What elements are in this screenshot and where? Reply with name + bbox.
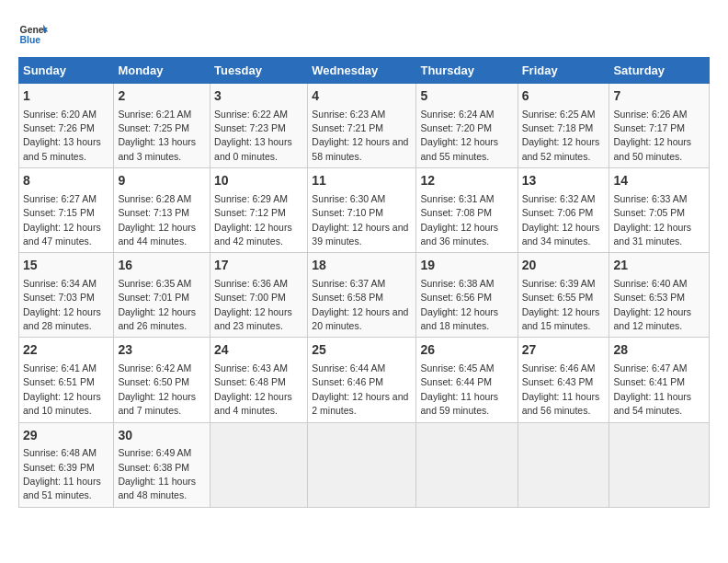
day-content: Sunrise: 6:46 AMSunset: 6:43 PMDaylight:…	[522, 362, 600, 416]
header-cell-saturday: Saturday	[609, 58, 710, 84]
day-number: 21	[613, 257, 705, 275]
day-cell: 2 Sunrise: 6:21 AMSunset: 7:25 PMDayligh…	[114, 84, 210, 168]
header-cell-thursday: Thursday	[416, 58, 518, 84]
day-cell: 15 Sunrise: 6:34 AMSunset: 7:03 PMDaylig…	[19, 253, 114, 338]
week-row-2: 8 Sunrise: 6:27 AMSunset: 7:15 PMDayligh…	[19, 168, 710, 253]
day-content: Sunrise: 6:28 AMSunset: 7:13 PMDaylight:…	[118, 193, 196, 247]
day-number: 29	[23, 427, 109, 445]
day-content: Sunrise: 6:43 AMSunset: 6:48 PMDaylight:…	[214, 362, 292, 416]
day-cell: 7 Sunrise: 6:26 AMSunset: 7:17 PMDayligh…	[609, 84, 710, 168]
day-number: 8	[23, 172, 109, 190]
day-number: 9	[118, 172, 206, 190]
day-content: Sunrise: 6:38 AMSunset: 6:56 PMDaylight:…	[420, 278, 498, 331]
day-cell	[416, 422, 518, 507]
week-row-3: 15 Sunrise: 6:34 AMSunset: 7:03 PMDaylig…	[19, 253, 710, 338]
day-number: 6	[522, 87, 606, 106]
day-cell: 3 Sunrise: 6:22 AMSunset: 7:23 PMDayligh…	[210, 84, 308, 168]
day-cell: 1 Sunrise: 6:20 AMSunset: 7:26 PMDayligh…	[19, 84, 114, 168]
day-cell: 9 Sunrise: 6:28 AMSunset: 7:13 PMDayligh…	[114, 168, 210, 253]
day-content: Sunrise: 6:26 AMSunset: 7:17 PMDaylight:…	[613, 109, 691, 162]
logo: General Blue	[18, 18, 48, 48]
day-content: Sunrise: 6:48 AMSunset: 6:39 PMDaylight:…	[23, 447, 101, 500]
day-cell: 14 Sunrise: 6:33 AMSunset: 7:05 PMDaylig…	[609, 168, 710, 253]
day-cell: 23 Sunrise: 6:42 AMSunset: 6:50 PMDaylig…	[114, 338, 210, 422]
header-cell-friday: Friday	[518, 58, 609, 84]
day-cell: 27 Sunrise: 6:46 AMSunset: 6:43 PMDaylig…	[518, 338, 609, 422]
day-content: Sunrise: 6:22 AMSunset: 7:23 PMDaylight:…	[214, 109, 292, 162]
day-number: 28	[613, 341, 705, 360]
day-content: Sunrise: 6:39 AMSunset: 6:55 PMDaylight:…	[522, 278, 600, 331]
day-content: Sunrise: 6:29 AMSunset: 7:12 PMDaylight:…	[214, 193, 292, 247]
day-content: Sunrise: 6:36 AMSunset: 7:00 PMDaylight:…	[214, 278, 292, 331]
day-content: Sunrise: 6:30 AMSunset: 7:10 PMDaylight:…	[312, 193, 408, 247]
day-number: 26	[420, 341, 513, 360]
day-content: Sunrise: 6:24 AMSunset: 7:20 PMDaylight:…	[420, 109, 498, 162]
day-content: Sunrise: 6:32 AMSunset: 7:06 PMDaylight:…	[522, 193, 600, 247]
day-cell	[518, 422, 609, 507]
day-cell: 17 Sunrise: 6:36 AMSunset: 7:00 PMDaylig…	[210, 253, 308, 338]
day-number: 23	[118, 341, 206, 360]
day-number: 13	[522, 172, 606, 190]
day-number: 11	[312, 172, 412, 190]
day-number: 15	[23, 257, 109, 275]
week-row-1: 1 Sunrise: 6:20 AMSunset: 7:26 PMDayligh…	[19, 84, 710, 168]
day-cell	[609, 422, 710, 507]
day-content: Sunrise: 6:33 AMSunset: 7:05 PMDaylight:…	[613, 193, 691, 247]
day-number: 3	[214, 87, 303, 106]
day-number: 20	[522, 257, 606, 275]
day-number: 12	[420, 172, 513, 190]
day-number: 24	[214, 341, 303, 360]
day-cell: 11 Sunrise: 6:30 AMSunset: 7:10 PMDaylig…	[308, 168, 416, 253]
day-content: Sunrise: 6:40 AMSunset: 6:53 PMDaylight:…	[613, 278, 691, 331]
day-cell: 6 Sunrise: 6:25 AMSunset: 7:18 PMDayligh…	[518, 84, 609, 168]
day-cell: 28 Sunrise: 6:47 AMSunset: 6:41 PMDaylig…	[609, 338, 710, 422]
day-content: Sunrise: 6:37 AMSunset: 6:58 PMDaylight:…	[312, 278, 408, 331]
day-content: Sunrise: 6:47 AMSunset: 6:41 PMDaylight:…	[613, 362, 691, 416]
day-cell: 30 Sunrise: 6:49 AMSunset: 6:38 PMDaylig…	[114, 422, 210, 507]
page-header: General Blue	[18, 18, 710, 48]
day-number: 2	[118, 87, 206, 106]
day-cell: 25 Sunrise: 6:44 AMSunset: 6:46 PMDaylig…	[308, 338, 416, 422]
day-number: 1	[23, 87, 109, 106]
day-cell: 12 Sunrise: 6:31 AMSunset: 7:08 PMDaylig…	[416, 168, 518, 253]
day-cell: 8 Sunrise: 6:27 AMSunset: 7:15 PMDayligh…	[19, 168, 114, 253]
day-content: Sunrise: 6:25 AMSunset: 7:18 PMDaylight:…	[522, 109, 600, 162]
day-cell: 13 Sunrise: 6:32 AMSunset: 7:06 PMDaylig…	[518, 168, 609, 253]
day-cell: 21 Sunrise: 6:40 AMSunset: 6:53 PMDaylig…	[609, 253, 710, 338]
day-content: Sunrise: 6:45 AMSunset: 6:44 PMDaylight:…	[420, 362, 498, 416]
day-cell: 10 Sunrise: 6:29 AMSunset: 7:12 PMDaylig…	[210, 168, 308, 253]
day-cell: 4 Sunrise: 6:23 AMSunset: 7:21 PMDayligh…	[308, 84, 416, 168]
day-number: 4	[312, 87, 412, 106]
week-row-5: 29 Sunrise: 6:48 AMSunset: 6:39 PMDaylig…	[19, 422, 710, 507]
day-number: 14	[613, 172, 705, 190]
day-number: 17	[214, 257, 303, 275]
week-row-4: 22 Sunrise: 6:41 AMSunset: 6:51 PMDaylig…	[19, 338, 710, 422]
svg-text:Blue: Blue	[20, 35, 41, 45]
day-cell: 20 Sunrise: 6:39 AMSunset: 6:55 PMDaylig…	[518, 253, 609, 338]
day-content: Sunrise: 6:21 AMSunset: 7:25 PMDaylight:…	[118, 109, 196, 162]
day-content: Sunrise: 6:34 AMSunset: 7:03 PMDaylight:…	[23, 278, 101, 331]
day-cell: 22 Sunrise: 6:41 AMSunset: 6:51 PMDaylig…	[19, 338, 114, 422]
day-cell: 19 Sunrise: 6:38 AMSunset: 6:56 PMDaylig…	[416, 253, 518, 338]
day-number: 25	[312, 341, 412, 360]
day-number: 5	[420, 87, 513, 106]
day-number: 30	[118, 427, 206, 445]
day-number: 18	[312, 257, 412, 275]
day-cell	[210, 422, 308, 507]
day-number: 16	[118, 257, 206, 275]
day-content: Sunrise: 6:49 AMSunset: 6:38 PMDaylight:…	[118, 447, 196, 500]
header-row: SundayMondayTuesdayWednesdayThursdayFrid…	[19, 58, 710, 84]
day-content: Sunrise: 6:27 AMSunset: 7:15 PMDaylight:…	[23, 193, 101, 247]
day-cell: 29 Sunrise: 6:48 AMSunset: 6:39 PMDaylig…	[19, 422, 114, 507]
day-cell	[308, 422, 416, 507]
calendar-table: SundayMondayTuesdayWednesdayThursdayFrid…	[18, 57, 710, 508]
day-content: Sunrise: 6:31 AMSunset: 7:08 PMDaylight:…	[420, 193, 498, 247]
logo-icon: General Blue	[18, 18, 48, 48]
day-number: 22	[23, 341, 109, 360]
day-content: Sunrise: 6:20 AMSunset: 7:26 PMDaylight:…	[23, 109, 101, 162]
day-number: 7	[613, 87, 705, 106]
header-cell-monday: Monday	[114, 58, 210, 84]
day-content: Sunrise: 6:35 AMSunset: 7:01 PMDaylight:…	[118, 278, 196, 331]
day-cell: 26 Sunrise: 6:45 AMSunset: 6:44 PMDaylig…	[416, 338, 518, 422]
day-cell: 18 Sunrise: 6:37 AMSunset: 6:58 PMDaylig…	[308, 253, 416, 338]
